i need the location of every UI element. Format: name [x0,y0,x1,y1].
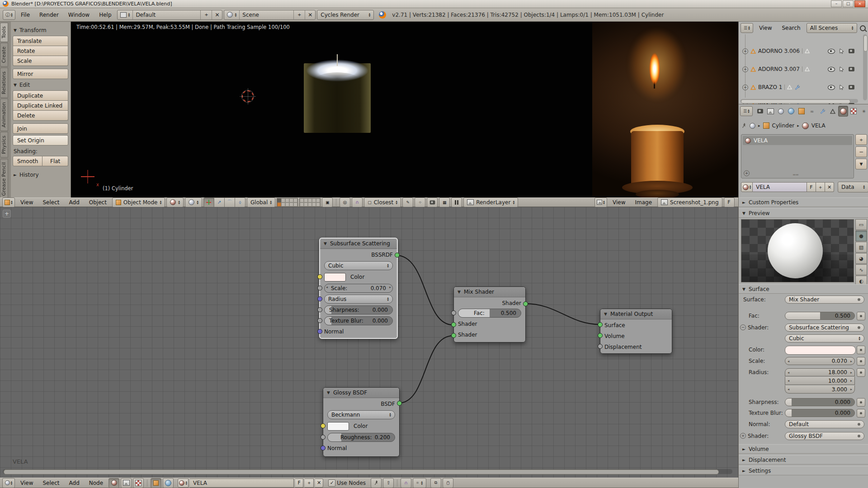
outliner-scope-select[interactable]: All Scenes [807,23,857,33]
object-name[interactable]: ADORNO 3.006 [758,48,800,54]
expand-shader-icon[interactable]: + [740,433,746,439]
socket-scale-input[interactable] [317,286,322,291]
node-header[interactable]: ▼Subsurface Scattering [320,239,397,249]
shader1-select[interactable]: Subsurface Scattering [785,324,864,332]
scale-button[interactable]: Scale [13,56,68,66]
scene-name[interactable]: Scene [239,10,293,19]
radius-field-r[interactable]: ◂18.000▸ [785,368,855,376]
arrow-left-icon[interactable]: ◂ [788,379,789,383]
duplicate-button[interactable]: Duplicate [13,90,68,101]
arrow-right-icon[interactable]: ▸ [850,371,852,375]
tab-tools[interactable]: Tools [0,23,8,42]
arrow-right-icon[interactable]: ▸ [850,359,852,363]
menu-view[interactable]: View [16,479,37,488]
shade-smooth-button[interactable]: Smooth [13,156,42,166]
render-layer-select[interactable]: RenderLayer [463,197,518,207]
join-button[interactable]: Join [13,123,68,134]
scale-manipulator-button[interactable]: ⬨ [235,197,245,207]
expand-icon[interactable]: + [742,84,748,90]
tab-texture[interactable] [849,106,859,117]
render-opengl-anim-button[interactable]: ⁘ [415,197,425,207]
editor-type-button[interactable]: ☰ [741,23,753,33]
unlink-material-button[interactable]: ✕ [315,479,323,488]
tab-create[interactable]: Create [0,43,8,67]
radius-select[interactable]: Radius [324,295,393,304]
menu-image[interactable]: Image [631,198,656,207]
menu-add[interactable]: Add [65,198,84,207]
color-link-button[interactable] [857,346,865,354]
collapse-shader-icon[interactable]: − [740,324,746,330]
sharpness-slider[interactable]: 0.000 [785,398,855,406]
arrow-right-icon[interactable]: ▸ [850,379,852,383]
add-scene-button[interactable]: ＋ [293,10,305,19]
delete-button[interactable]: Delete [13,111,68,121]
translate-button[interactable]: Translate [13,36,68,46]
maximize-button[interactable]: □ [843,0,854,7]
scrollbar-thumb[interactable] [741,99,850,103]
proportional-edit-button[interactable]: ◎ [340,197,350,207]
snap-toggle-button[interactable]: ∩ [352,197,363,207]
tab-relations[interactable]: Relations [0,68,8,98]
radius-link-button[interactable] [857,368,865,377]
pin-button[interactable] [371,478,382,488]
title-bar[interactable]: Blender* [D:\PROYECTOS GRAFICOS\BLENDER\… [0,0,868,8]
radius-field-g[interactable]: ◂10.000▸ [785,377,855,385]
preview-cube-button[interactable]: ▧ [855,242,867,253]
rotate-button[interactable]: Rotate [13,46,68,56]
parent-tree-button[interactable]: ⇧ [383,478,394,488]
add-slot-button[interactable]: ＋ [855,134,867,145]
socket-roughness-input[interactable] [321,435,326,440]
breadcrumb-object[interactable]: Cylinder [772,122,795,129]
scale-field[interactable]: ◂0.070▸ [785,357,855,365]
material-slot-active[interactable]: VELA [743,136,852,145]
arrow-right-icon[interactable]: ▸ [850,387,852,391]
tab-particles[interactable]: ✳ [859,106,868,117]
scene-widget[interactable]: Scene ＋ ✕ [224,10,316,20]
shader2-select[interactable]: Glossy BSDF [785,432,864,440]
radius-field-b[interactable]: ◂3.000▸ [785,385,855,394]
tab-physics[interactable]: Physics [0,132,8,158]
menu-add[interactable]: Add [65,479,84,488]
socket-color-input[interactable] [321,423,326,428]
outliner-row[interactable]: + BRAZO 1 [739,83,868,92]
new-material-button[interactable]: ＋ [305,479,314,488]
mode-select[interactable]: Object Mode [112,197,165,207]
socket-shader1-input[interactable] [451,322,456,327]
manipulator-toggle-button[interactable] [203,197,214,207]
menu-select[interactable]: Select [38,198,63,207]
socket-normal-input[interactable] [321,446,326,450]
preview-flat-button[interactable]: ▭ [855,219,867,230]
visibility-eye-icon[interactable] [828,67,835,72]
node-editor-horizontal-scrollbar[interactable] [3,469,732,474]
fake-user-button[interactable]: F [295,479,303,488]
fac-slider[interactable]: Fac:0.500 [458,309,521,318]
normal-select[interactable]: Default [785,420,864,428]
fac-link-button[interactable] [857,312,865,320]
panel-header-preview[interactable]: ▼ Preview [739,208,868,218]
visibility-eye-icon[interactable] [828,85,835,90]
menu-view[interactable]: View [755,23,776,33]
object-shader-button[interactable] [151,478,161,488]
snap-element-select[interactable]: ▢Closest [364,197,401,207]
texture-blur-link-button[interactable] [857,409,865,418]
menu-view[interactable]: View [16,198,37,207]
new-material-button[interactable]: ＋ [816,182,825,192]
menu-view[interactable]: View [609,198,629,207]
fake-user-button[interactable]: F [807,182,816,192]
copy-nodes-button[interactable]: ⧉ [430,478,441,488]
translate-manipulator-button[interactable]: ➚ [214,197,225,207]
render-opengl-button[interactable]: ✎ [402,197,413,207]
panel-header-surface[interactable]: ▼ Surface [739,284,868,294]
search-icon[interactable] [860,25,866,31]
socket-shader2-input[interactable] [451,333,456,338]
tab-object-data[interactable] [828,106,838,117]
region-expand-icon[interactable]: + [3,210,11,218]
render-anim-button[interactable]: ▦ [439,197,450,207]
preview-hair-button[interactable]: ∿ [855,264,867,275]
node-editor[interactable]: ▼Subsurface Scattering BSSRDF Cubic Colo… [0,207,738,478]
color-swatch[interactable] [324,273,346,282]
arrow-left-icon[interactable]: ◂ [788,359,789,363]
render-engine-select[interactable]: Cycles Render [317,10,374,20]
editor-type-button[interactable] [2,478,15,488]
texture-blur-slider[interactable]: Texture Blur:0.000 [324,316,393,325]
